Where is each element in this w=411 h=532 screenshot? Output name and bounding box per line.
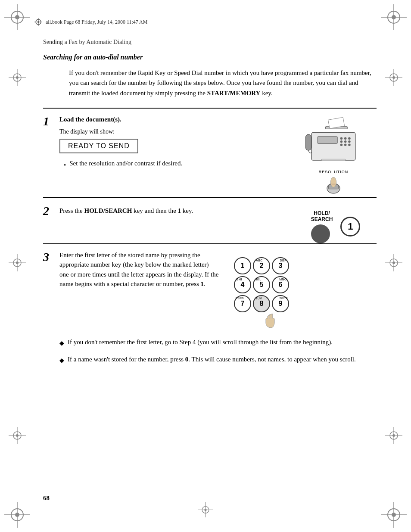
- side-mark-right-bot: [385, 427, 402, 446]
- step-1-instruction: Load the document(s).: [59, 115, 286, 124]
- step-3-block: 3 Enter the first letter of the stored n…: [43, 243, 377, 365]
- key-6: MNO 6: [272, 276, 289, 293]
- step-1-number: 1: [43, 115, 59, 128]
- side-mark-left-bot: [9, 427, 26, 446]
- key-7-label-top: PQRS: [236, 297, 244, 299]
- svg-point-49: [340, 140, 343, 143]
- intro-text-end: key.: [260, 90, 272, 96]
- key-6-label-top: MNO: [279, 278, 287, 281]
- step-3-diamond-2: ◆ If a name wasn't stored for the number…: [59, 355, 377, 365]
- header-bar: all.book Page 68 Friday, July 14, 2000 1…: [34, 18, 377, 26]
- key-4-label-top: GHI: [236, 278, 242, 281]
- resolution-button-icon: [323, 176, 344, 197]
- step-2-number: 2: [43, 204, 59, 217]
- side-mark-right-mid: [385, 254, 402, 273]
- step-3-diamond-1: ◆ If you don't remember the first letter…: [59, 337, 377, 348]
- svg-point-47: [344, 137, 347, 140]
- intro-paragraph: If you don't remember the Rapid Key or S…: [69, 68, 377, 98]
- step-2-bold-1: HOLD/SEARCH: [84, 207, 132, 214]
- key-9: WXYZ 9: [272, 295, 289, 312]
- fax-machine-icon: [299, 115, 368, 166]
- side-mark-left-mid: [9, 254, 26, 273]
- key-2: ABC 2: [253, 257, 270, 274]
- step-3-bullets: ◆ If you don't remember the first letter…: [59, 337, 377, 365]
- key-9-label-top: WXYZ: [280, 297, 288, 299]
- svg-point-52: [340, 143, 343, 146]
- hold-search-button-icon: [311, 224, 330, 243]
- key-1-circle-icon: 1: [340, 217, 360, 236]
- header-crosshair-icon: [34, 18, 42, 26]
- header-file-info: all.book Page 68 Friday, July 14, 2000 1…: [46, 19, 147, 25]
- section-title: Sending a Fax by Automatic Dialing: [43, 39, 377, 46]
- page-number: 68: [43, 495, 50, 502]
- step-2-block: 2 Press the HOLD/SEARCH key and then the…: [43, 197, 377, 243]
- hold-search-label: HOLD/SEARCH: [311, 210, 333, 223]
- resolution-label: RESOLUTION: [319, 170, 349, 174]
- key-2-label-top: ABC: [256, 259, 263, 262]
- svg-point-50: [344, 140, 347, 143]
- diamond-icon-1: ◆: [59, 339, 64, 348]
- bottom-center-mark: [198, 502, 213, 519]
- svg-rect-45: [318, 137, 337, 144]
- key-1: 1: [234, 257, 251, 274]
- key-3-label-top: DEF: [280, 259, 287, 262]
- corner-mark-br: [381, 502, 407, 528]
- step-3-end: .: [204, 280, 206, 287]
- corner-mark-tr: [381, 4, 407, 30]
- step-3-image: 1 ABC 2 DEF 3 GHI 4: [223, 250, 301, 330]
- key-5-label-top: JKL: [255, 278, 262, 281]
- main-content: Sending a Fax by Automatic Dialing Searc…: [43, 39, 377, 372]
- keypad: 1 ABC 2 DEF 3 GHI 4: [234, 257, 290, 330]
- svg-point-54: [348, 143, 351, 146]
- section-heading: Searching for an auto-dial number: [43, 53, 377, 61]
- step-1-block: 1 Load the document(s). The display will…: [43, 108, 377, 197]
- step-2-instruction: Press the HOLD/SEARCH key and then the 1…: [59, 206, 290, 216]
- corner-mark-bl: [4, 502, 30, 528]
- svg-point-46: [340, 137, 343, 140]
- step-1-bullet-text: Set the resolution and/or contrast if de…: [69, 159, 182, 168]
- step-3-diamond-2-text: If a name wasn't stored for the number, …: [68, 355, 356, 364]
- side-mark-left-top: [9, 69, 26, 88]
- step-3-number: 3: [43, 250, 59, 263]
- step-3-content: Enter the first letter of the stored nam…: [59, 250, 223, 293]
- key-8-label-top: TUV: [255, 297, 262, 300]
- svg-rect-58: [321, 159, 345, 161]
- intro-bold: START/MEMORY: [207, 90, 261, 96]
- step-1-display-intro: The display will show:: [59, 128, 286, 135]
- step-2-content: Press the HOLD/SEARCH key and then the 1…: [59, 204, 295, 220]
- step-2-image: HOLD/SEARCH 1: [295, 204, 377, 243]
- corner-mark-tl: [4, 4, 30, 30]
- key-7: PQRS 7: [234, 295, 251, 312]
- key-3: DEF 3: [272, 257, 289, 274]
- hand-pointer-icon: [253, 313, 290, 330]
- step-1-image: RESOLUTION: [290, 115, 377, 197]
- bullet-icon: •: [64, 160, 66, 170]
- keypad-grid: 1 ABC 2 DEF 3 GHI 4: [234, 257, 290, 312]
- step-2-bold-2: 1: [178, 207, 181, 214]
- ready-to-send-display: READY TO SEND: [59, 139, 138, 153]
- side-mark-right-top: [385, 69, 402, 88]
- step-1-content: Load the document(s). The display will s…: [59, 115, 290, 173]
- diamond-icon-2: ◆: [59, 356, 64, 365]
- svg-point-48: [348, 137, 351, 140]
- step-3-diamond-1-text: If you don't remember the first letter, …: [68, 337, 333, 347]
- step-3-instruction: Enter the first letter of the stored nam…: [59, 250, 219, 289]
- step-1-bullet: • Set the resolution and/or contrast if …: [64, 159, 286, 170]
- svg-rect-57: [305, 134, 311, 150]
- svg-point-51: [348, 140, 351, 143]
- svg-point-61: [330, 177, 336, 187]
- svg-point-53: [344, 143, 347, 146]
- step-3-bold-end: 1: [201, 280, 204, 287]
- key-4: GHI 4: [234, 276, 251, 293]
- key-5: JKL 5: [253, 276, 270, 293]
- key-8: TUV 8: [253, 295, 270, 312]
